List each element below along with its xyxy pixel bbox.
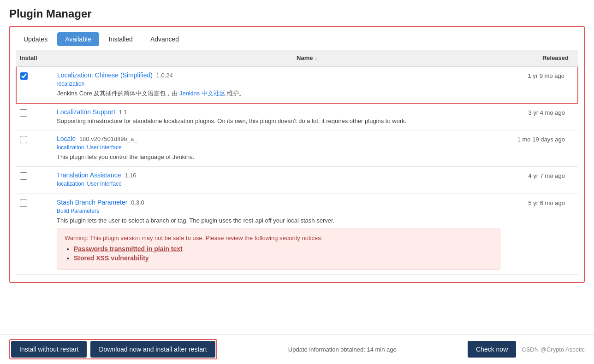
plugin-description: This plugin lets the user to select a br… — [57, 216, 500, 225]
jenkins-link[interactable]: Jenkins 中文社区 — [179, 90, 226, 97]
page-title: Plugin Manager — [0, 0, 594, 26]
plugin-row-cell: Localization: Chinese (Simplified) 1.0.2… — [16, 66, 578, 103]
plugin-version: 0.3.0 — [129, 199, 144, 206]
col-header-released: Released — [504, 50, 578, 66]
plugin-description: This plugin lets you control the languag… — [57, 153, 500, 162]
plugin-tag[interactable]: User Interface — [87, 144, 121, 151]
plugin-released: 5 yr 6 mo ago — [500, 199, 574, 206]
plugin-version: 1.0.24 — [154, 72, 173, 79]
plugin-tag[interactable]: User Interface — [87, 181, 121, 187]
plugin-tag[interactable]: localization — [57, 144, 84, 151]
warning-box: Warning: This plugin version may not be … — [57, 229, 500, 270]
table-row: Localization: Chinese (Simplified) 1.0.2… — [16, 66, 578, 103]
plugin-version: 1.1 — [117, 109, 127, 116]
tab-installed[interactable]: Installed — [101, 32, 141, 46]
plugin-released: 3 yr 4 mo ago — [500, 108, 574, 116]
plugin-released: 4 yr 7 mo ago — [500, 171, 574, 179]
install-checkbox[interactable] — [20, 136, 27, 143]
install-checkbox[interactable] — [20, 200, 27, 207]
install-checkbox[interactable] — [20, 72, 28, 80]
plugin-released: 1 yr 9 mo ago — [500, 71, 574, 79]
tabs-panel: Updates Available Installed Advanced Ins… — [9, 26, 585, 283]
plugin-released: 1 mo 19 days ago — [500, 135, 574, 143]
install-checkbox[interactable] — [20, 172, 27, 180]
plugin-table-wrapper: Install Name ↓ Released Localization: Ch… — [16, 50, 578, 275]
plugin-version: 1.16 — [123, 172, 137, 179]
warning-link[interactable]: Passwords transmitted in plain text — [74, 245, 183, 252]
table-row: Localization Support 1.1Supporting infra… — [16, 103, 578, 130]
plugin-version: 180.v207501dff9b_a_ — [77, 135, 137, 142]
col-header-install: Install — [16, 50, 53, 66]
table-row: Stash Branch Parameter 0.3.0Build Parame… — [16, 194, 578, 275]
plugin-table: Install Name ↓ Released Localization: Ch… — [16, 50, 578, 275]
table-row: Translation Assistance 1.16localizationU… — [16, 166, 578, 194]
plugin-row-cell: Stash Branch Parameter 0.3.0Build Parame… — [16, 194, 578, 275]
plugin-name-link[interactable]: Locale — [57, 135, 76, 142]
plugin-tag[interactable]: Build Parameters — [57, 208, 99, 214]
plugin-row-cell: Locale 180.v207501dff9b_a_localizationUs… — [16, 130, 578, 167]
tabs-container: Updates Available Installed Advanced — [16, 32, 578, 46]
plugin-name-link[interactable]: Stash Branch Parameter — [57, 199, 127, 206]
plugin-name-link[interactable]: Localization Support — [57, 108, 115, 116]
plugin-description: Jenkins Core 及其插件的简体中文语言包，由 Jenkins 中文社区… — [57, 89, 500, 98]
install-checkbox[interactable] — [20, 109, 27, 117]
plugin-name-link[interactable]: Translation Assistance — [57, 171, 121, 179]
tab-advanced[interactable]: Advanced — [143, 32, 187, 46]
col-header-name: Name ↓ — [293, 50, 504, 66]
plugin-row-cell: Translation Assistance 1.16localizationU… — [16, 166, 578, 194]
table-row: Locale 180.v207501dff9b_a_localizationUs… — [16, 130, 578, 167]
warning-text: Warning: This plugin version may not be … — [65, 235, 493, 241]
tab-updates[interactable]: Updates — [16, 32, 55, 46]
plugin-tag[interactable]: localization — [57, 81, 84, 87]
plugin-row-cell: Localization Support 1.1Supporting infra… — [16, 103, 578, 130]
tab-available[interactable]: Available — [57, 32, 99, 46]
sort-arrow-icon[interactable]: ↓ — [315, 55, 317, 61]
plugin-tag[interactable]: localization — [57, 181, 84, 187]
plugin-name-link[interactable]: Localization: Chinese (Simplified) — [57, 71, 153, 79]
warning-link[interactable]: Stored XSS vulnerability — [74, 254, 149, 262]
plugin-description: Supporting infrastructure for standalone… — [57, 117, 500, 126]
